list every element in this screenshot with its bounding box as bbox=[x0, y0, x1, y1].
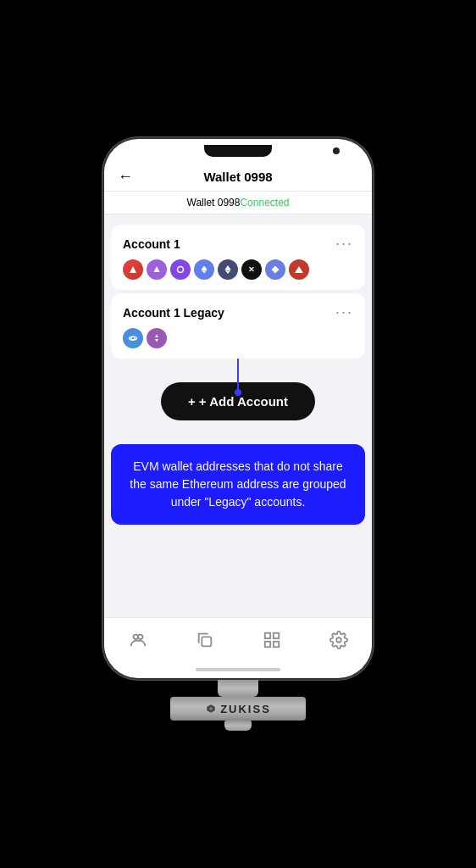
svg-point-18 bbox=[209, 707, 213, 710]
account-1-name: Account 1 bbox=[123, 237, 180, 251]
token-avax[interactable] bbox=[123, 259, 143, 280]
phone-screen: ← Wallet 0998 Wallet 0998 Connected Acco… bbox=[104, 163, 372, 661]
page-title: Wallet 0998 bbox=[203, 170, 272, 184]
usb-wrapper: ZUKISS bbox=[170, 680, 306, 731]
scroll-content[interactable]: Account 1 ··· bbox=[104, 214, 372, 617]
add-account-plus: + bbox=[188, 394, 196, 409]
account-card-legacy: Account 1 Legacy ··· bbox=[111, 293, 365, 359]
phone-wrapper: ← Wallet 0998 Wallet 0998 Connected Acco… bbox=[94, 137, 382, 731]
svg-rect-14 bbox=[264, 641, 269, 646]
svg-marker-0 bbox=[130, 266, 136, 273]
svg-rect-11 bbox=[202, 637, 211, 646]
token-arb[interactable] bbox=[265, 259, 285, 280]
usb-connector-plug bbox=[218, 680, 258, 697]
wallet-name-label: Wallet 0998 bbox=[187, 197, 241, 209]
nav-settings[interactable] bbox=[322, 623, 356, 657]
status-bar bbox=[104, 139, 372, 163]
token-eth[interactable] bbox=[218, 259, 238, 280]
svg-marker-6 bbox=[295, 266, 303, 273]
phone-notch bbox=[204, 145, 272, 157]
token-eth2[interactable] bbox=[194, 259, 214, 280]
usb-body: ZUKISS bbox=[170, 697, 306, 721]
svg-point-16 bbox=[336, 637, 341, 643]
account-legacy-more-button[interactable]: ··· bbox=[335, 303, 353, 321]
svg-point-1 bbox=[178, 267, 184, 273]
tooltip-box: EVM wallet addresses that do not share t… bbox=[111, 444, 365, 525]
token-matic[interactable] bbox=[170, 259, 191, 280]
account-legacy-tokens bbox=[123, 328, 353, 348]
tooltip-container: EVM wallet addresses that do not share t… bbox=[111, 444, 365, 525]
connector-dot bbox=[235, 389, 241, 396]
wallets-icon bbox=[129, 631, 147, 649]
camera-dot bbox=[333, 147, 340, 154]
svg-point-8 bbox=[130, 337, 137, 340]
svg-marker-4 bbox=[225, 265, 231, 271]
svg-rect-12 bbox=[264, 632, 269, 637]
connected-bar: Wallet 0998 Connected bbox=[104, 192, 372, 214]
settings-icon bbox=[329, 631, 348, 649]
copy-icon bbox=[196, 631, 214, 649]
nav-apps[interactable] bbox=[255, 623, 289, 657]
connection-status: Connected bbox=[240, 197, 289, 209]
svg-point-10 bbox=[138, 634, 143, 639]
account-legacy-header: Account 1 Legacy ··· bbox=[123, 303, 353, 321]
add-account-section: + + Add Account bbox=[104, 362, 372, 431]
token-x[interactable]: ✕ bbox=[241, 259, 262, 280]
tooltip-text: EVM wallet addresses that do not share t… bbox=[125, 458, 351, 511]
account-1-more-button[interactable]: ··· bbox=[335, 235, 353, 253]
usb-tip bbox=[224, 721, 252, 731]
connector-line bbox=[237, 359, 239, 392]
grid-icon bbox=[263, 631, 281, 649]
account-card-1: Account 1 ··· bbox=[111, 225, 365, 290]
nav-wallets[interactable] bbox=[121, 623, 155, 657]
bottom-nav bbox=[104, 617, 372, 661]
phone-body: ← Wallet 0998 Wallet 0998 Connected Acco… bbox=[102, 137, 374, 680]
token-red[interactable] bbox=[289, 259, 309, 280]
app-header: ← Wallet 0998 bbox=[104, 163, 372, 192]
usb-brand-text: ZUKISS bbox=[220, 703, 271, 715]
usb-brand-icon bbox=[205, 703, 217, 715]
token-aave[interactable] bbox=[147, 259, 167, 280]
add-account-label: + Add Account bbox=[199, 394, 288, 409]
home-indicator bbox=[196, 668, 280, 671]
account-1-tokens: ✕ bbox=[123, 259, 353, 280]
account-1-header: Account 1 ··· bbox=[123, 235, 353, 253]
svg-marker-2 bbox=[202, 266, 208, 272]
token-chainlink[interactable] bbox=[147, 328, 167, 348]
svg-rect-13 bbox=[273, 632, 278, 637]
svg-rect-15 bbox=[273, 641, 278, 646]
nav-assets[interactable] bbox=[188, 623, 222, 657]
token-cosmos[interactable] bbox=[123, 328, 143, 348]
account-legacy-name: Account 1 Legacy bbox=[123, 306, 224, 320]
back-button[interactable]: ← bbox=[118, 168, 133, 186]
